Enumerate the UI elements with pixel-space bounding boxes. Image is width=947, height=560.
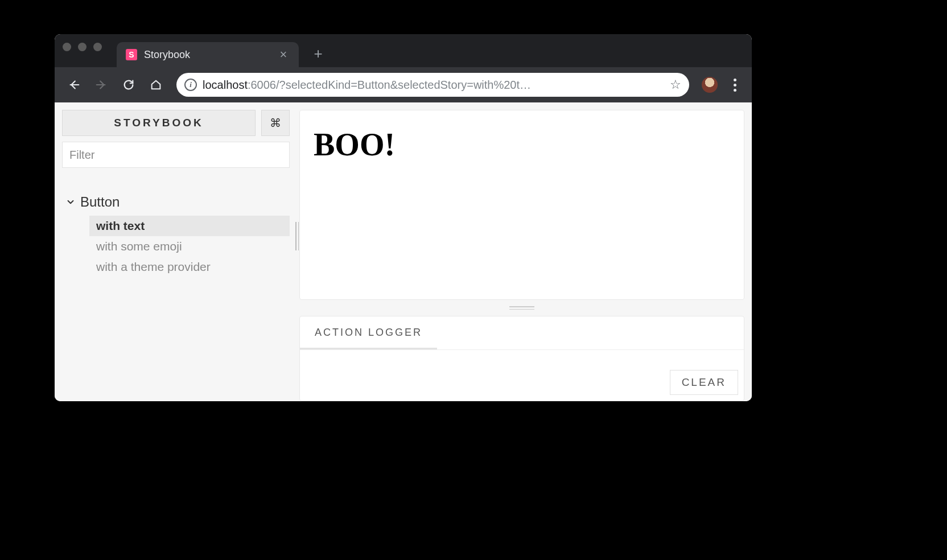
preview-pane: BOO! — [299, 110, 744, 300]
story-tree: Button with text with some emoji with a … — [62, 174, 290, 277]
storybook-title-button[interactable]: STORYBOOK — [62, 110, 256, 136]
close-tab-icon[interactable]: × — [277, 48, 290, 61]
clear-button[interactable]: CLEAR — [670, 370, 738, 395]
addon-panel: ACTION LOGGER CLEAR — [299, 316, 744, 401]
filter-input[interactable] — [62, 142, 290, 168]
story-item[interactable]: with some emoji — [89, 236, 290, 257]
kind-label: Button — [80, 194, 120, 210]
sidebar-resize-handle[interactable] — [294, 222, 300, 250]
url-path: :6006/?selectedKind=Button&selectedStory… — [248, 79, 531, 91]
minimize-window-icon[interactable] — [78, 43, 87, 51]
arrow-left-icon — [68, 79, 80, 91]
home-button[interactable] — [145, 73, 167, 96]
storybook-sidebar: STORYBOOK ⌘ Button with text with some e… — [55, 102, 297, 401]
panel-body: CLEAR — [300, 350, 744, 401]
close-window-icon[interactable] — [63, 43, 71, 51]
story-list: with text with some emoji with a theme p… — [62, 216, 290, 277]
forward-button[interactable] — [90, 73, 113, 96]
bookmark-icon[interactable]: ☆ — [670, 77, 681, 92]
zoom-window-icon[interactable] — [93, 43, 102, 51]
story-item[interactable]: with text — [89, 216, 290, 236]
kind-button[interactable]: Button — [62, 192, 290, 212]
arrow-right-icon — [95, 79, 108, 91]
preview-heading: BOO! — [314, 126, 730, 163]
page-viewport: STORYBOOK ⌘ Button with text with some e… — [55, 102, 752, 401]
reload-button[interactable] — [117, 73, 140, 96]
browser-toolbar: localhost:6006/?selectedKind=Button&sele… — [55, 67, 752, 102]
url-host: localhost — [203, 79, 248, 91]
reload-icon — [122, 79, 135, 91]
tab-strip: S Storybook × + — [55, 34, 752, 67]
window-controls — [63, 34, 117, 67]
profile-avatar[interactable] — [702, 77, 718, 93]
url-text: localhost:6006/?selectedKind=Button&sele… — [203, 79, 664, 92]
story-item[interactable]: with a theme provider — [89, 257, 290, 277]
new-tab-button[interactable]: + — [307, 42, 330, 65]
browser-menu-button[interactable] — [726, 79, 744, 92]
home-icon — [150, 79, 162, 91]
favicon-icon: S — [126, 49, 137, 60]
tab-title: Storybook — [144, 49, 270, 61]
browser-tab[interactable]: S Storybook × — [117, 42, 299, 67]
address-bar[interactable]: localhost:6006/?selectedKind=Button&sele… — [176, 73, 689, 97]
panel-resize-handle[interactable] — [299, 306, 744, 310]
shortcuts-button[interactable]: ⌘ — [261, 110, 290, 136]
back-button[interactable] — [63, 73, 85, 96]
site-info-icon[interactable] — [184, 79, 197, 91]
panel-tab-action-logger[interactable]: ACTION LOGGER — [300, 316, 437, 349]
chevron-down-icon — [65, 197, 76, 207]
browser-window: S Storybook × + localhost:6 — [55, 34, 752, 401]
panel-tabs: ACTION LOGGER — [300, 316, 744, 350]
storybook-main: BOO! ACTION LOGGER CLEAR — [297, 102, 752, 401]
